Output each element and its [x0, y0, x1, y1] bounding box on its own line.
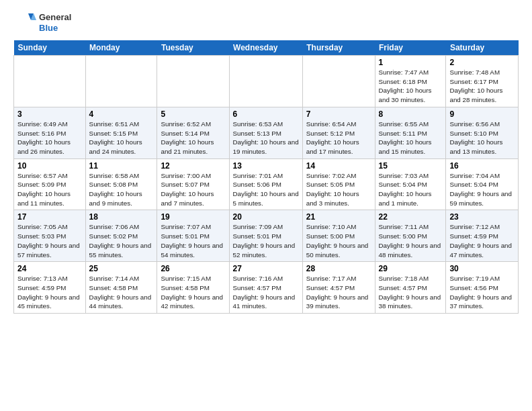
calendar-week-row: 3Sunrise: 6:49 AM Sunset: 5:16 PM Daylig…: [14, 107, 519, 158]
weekday-header-friday: Friday: [375, 40, 446, 56]
day-number: 3: [17, 109, 82, 119]
day-number: 23: [449, 212, 515, 222]
day-number: 22: [379, 212, 443, 222]
day-number: 24: [17, 264, 82, 273]
calendar-cell: [302, 56, 375, 107]
calendar-week-row: 17Sunrise: 7:05 AM Sunset: 5:03 PM Dayli…: [14, 210, 519, 262]
calendar-cell: 24Sunrise: 7:13 AM Sunset: 4:59 PM Dayli…: [14, 262, 86, 314]
calendar-cell: 7Sunrise: 6:54 AM Sunset: 5:12 PM Daylig…: [302, 107, 375, 158]
calendar-cell: [85, 56, 157, 107]
day-detail: Sunrise: 7:00 AM Sunset: 5:07 PM Dayligh…: [161, 171, 225, 208]
day-detail: Sunrise: 6:52 AM Sunset: 5:14 PM Dayligh…: [161, 120, 225, 156]
calendar-cell: 29Sunrise: 7:18 AM Sunset: 4:57 PM Dayli…: [375, 262, 446, 314]
day-number: 11: [89, 161, 154, 171]
day-detail: Sunrise: 7:14 AM Sunset: 4:58 PM Dayligh…: [89, 274, 154, 311]
day-detail: Sunrise: 6:54 AM Sunset: 5:12 PM Dayligh…: [306, 120, 371, 156]
calendar-cell: 2Sunrise: 7:48 AM Sunset: 6:17 PM Daylig…: [446, 56, 519, 107]
calendar-cell: 21Sunrise: 7:10 AM Sunset: 5:00 PM Dayli…: [302, 210, 375, 262]
day-number: 26: [161, 264, 225, 273]
calendar-cell: 9Sunrise: 6:56 AM Sunset: 5:10 PM Daylig…: [446, 107, 519, 158]
calendar-cell: 16Sunrise: 7:04 AM Sunset: 5:04 PM Dayli…: [446, 158, 519, 210]
calendar-cell: 28Sunrise: 7:17 AM Sunset: 4:57 PM Dayli…: [302, 262, 375, 314]
day-number: 13: [233, 161, 299, 171]
day-number: 12: [161, 161, 225, 171]
day-detail: Sunrise: 7:11 AM Sunset: 5:00 PM Dayligh…: [379, 222, 443, 259]
day-number: 18: [89, 212, 154, 222]
weekday-header-wednesday: Wednesday: [229, 40, 302, 56]
calendar-cell: 13Sunrise: 7:01 AM Sunset: 5:06 PM Dayli…: [229, 158, 302, 210]
day-number: 30: [449, 264, 515, 273]
day-number: 8: [379, 109, 443, 119]
calendar-week-row: 1Sunrise: 7:47 AM Sunset: 6:18 PM Daylig…: [14, 56, 519, 107]
day-number: 10: [17, 161, 82, 171]
weekday-header-thursday: Thursday: [302, 40, 375, 56]
calendar-cell: 11Sunrise: 6:58 AM Sunset: 5:08 PM Dayli…: [85, 158, 157, 210]
weekday-header-row: SundayMondayTuesdayWednesdayThursdayFrid…: [14, 40, 519, 56]
calendar-cell: 4Sunrise: 6:51 AM Sunset: 5:15 PM Daylig…: [85, 107, 157, 158]
logo-blue-text: Blue: [39, 23, 71, 34]
day-number: 17: [17, 212, 82, 222]
weekday-header-saturday: Saturday: [446, 40, 519, 56]
day-number: 2: [449, 58, 515, 67]
day-number: 15: [379, 161, 443, 171]
weekday-header-monday: Monday: [85, 40, 157, 56]
weekday-header-sunday: Sunday: [14, 40, 86, 56]
day-number: 27: [233, 264, 299, 273]
day-detail: Sunrise: 7:16 AM Sunset: 4:57 PM Dayligh…: [233, 274, 299, 311]
day-number: 1: [379, 58, 443, 67]
header: General Blue: [13, 11, 519, 35]
calendar-cell: 14Sunrise: 7:02 AM Sunset: 5:05 PM Dayli…: [302, 158, 375, 210]
calendar-cell: 5Sunrise: 6:52 AM Sunset: 5:14 PM Daylig…: [157, 107, 229, 158]
day-number: 6: [233, 109, 299, 119]
day-detail: Sunrise: 6:56 AM Sunset: 5:10 PM Dayligh…: [449, 120, 515, 156]
day-detail: Sunrise: 7:04 AM Sunset: 5:04 PM Dayligh…: [449, 171, 515, 208]
day-number: 29: [379, 264, 443, 273]
day-number: 14: [306, 161, 371, 171]
calendar-cell: 26Sunrise: 7:15 AM Sunset: 4:58 PM Dayli…: [157, 262, 229, 314]
day-detail: Sunrise: 7:05 AM Sunset: 5:03 PM Dayligh…: [17, 222, 82, 259]
day-detail: Sunrise: 7:01 AM Sunset: 5:06 PM Dayligh…: [233, 171, 299, 208]
day-number: 25: [89, 264, 154, 273]
day-detail: Sunrise: 7:02 AM Sunset: 5:05 PM Dayligh…: [306, 171, 371, 208]
calendar-week-row: 24Sunrise: 7:13 AM Sunset: 4:59 PM Dayli…: [14, 262, 519, 314]
day-detail: Sunrise: 6:51 AM Sunset: 5:15 PM Dayligh…: [89, 120, 154, 156]
day-number: 4: [89, 109, 154, 119]
calendar-cell: 17Sunrise: 7:05 AM Sunset: 5:03 PM Dayli…: [14, 210, 86, 262]
calendar-cell: 1Sunrise: 7:47 AM Sunset: 6:18 PM Daylig…: [375, 56, 446, 107]
calendar-cell: 18Sunrise: 7:06 AM Sunset: 5:02 PM Dayli…: [85, 210, 157, 262]
day-detail: Sunrise: 6:53 AM Sunset: 5:13 PM Dayligh…: [233, 120, 299, 156]
calendar-cell: 15Sunrise: 7:03 AM Sunset: 5:04 PM Dayli…: [375, 158, 446, 210]
day-number: 16: [449, 161, 515, 171]
day-detail: Sunrise: 7:06 AM Sunset: 5:02 PM Dayligh…: [89, 222, 154, 259]
calendar-cell: 20Sunrise: 7:09 AM Sunset: 5:01 PM Dayli…: [229, 210, 302, 262]
calendar-cell: 27Sunrise: 7:16 AM Sunset: 4:57 PM Dayli…: [229, 262, 302, 314]
day-number: 9: [449, 109, 515, 119]
day-detail: Sunrise: 7:15 AM Sunset: 4:58 PM Dayligh…: [161, 274, 225, 311]
calendar-cell: 23Sunrise: 7:12 AM Sunset: 4:59 PM Dayli…: [446, 210, 519, 262]
day-detail: Sunrise: 7:18 AM Sunset: 4:57 PM Dayligh…: [379, 274, 443, 311]
day-detail: Sunrise: 6:49 AM Sunset: 5:16 PM Dayligh…: [17, 120, 82, 156]
day-detail: Sunrise: 7:47 AM Sunset: 6:18 PM Dayligh…: [379, 68, 443, 105]
calendar-cell: [157, 56, 229, 107]
calendar-cell: 19Sunrise: 7:07 AM Sunset: 5:01 PM Dayli…: [157, 210, 229, 262]
logo: General Blue: [13, 11, 71, 35]
day-detail: Sunrise: 7:09 AM Sunset: 5:01 PM Dayligh…: [233, 222, 299, 259]
day-detail: Sunrise: 7:12 AM Sunset: 4:59 PM Dayligh…: [449, 222, 515, 259]
calendar-cell: 12Sunrise: 7:00 AM Sunset: 5:07 PM Dayli…: [157, 158, 229, 210]
day-detail: Sunrise: 7:48 AM Sunset: 6:17 PM Dayligh…: [449, 68, 515, 105]
page: General Blue SundayMondayTuesdayWednesda…: [0, 0, 532, 320]
day-detail: Sunrise: 7:07 AM Sunset: 5:01 PM Dayligh…: [161, 222, 225, 259]
day-detail: Sunrise: 7:03 AM Sunset: 5:04 PM Dayligh…: [379, 171, 443, 208]
day-detail: Sunrise: 6:58 AM Sunset: 5:08 PM Dayligh…: [89, 171, 154, 208]
day-detail: Sunrise: 7:13 AM Sunset: 4:59 PM Dayligh…: [17, 274, 82, 311]
day-detail: Sunrise: 7:19 AM Sunset: 4:56 PM Dayligh…: [449, 274, 515, 311]
weekday-header-tuesday: Tuesday: [157, 40, 229, 56]
day-number: 5: [161, 109, 225, 119]
day-detail: Sunrise: 6:57 AM Sunset: 5:09 PM Dayligh…: [17, 171, 82, 208]
day-number: 19: [161, 212, 225, 222]
calendar-cell: 8Sunrise: 6:55 AM Sunset: 5:11 PM Daylig…: [375, 107, 446, 158]
calendar-cell: 30Sunrise: 7:19 AM Sunset: 4:56 PM Dayli…: [446, 262, 519, 314]
calendar-cell: 10Sunrise: 6:57 AM Sunset: 5:09 PM Dayli…: [14, 158, 86, 210]
day-detail: Sunrise: 7:10 AM Sunset: 5:00 PM Dayligh…: [306, 222, 371, 259]
calendar-cell: [229, 56, 302, 107]
